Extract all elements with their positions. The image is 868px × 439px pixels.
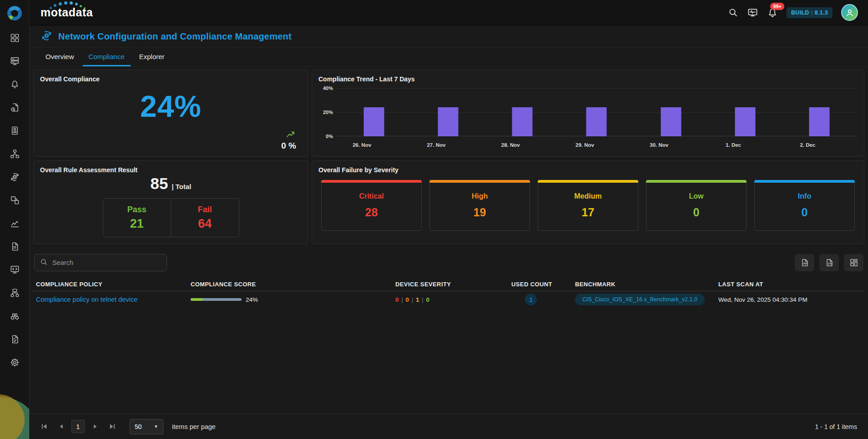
sidebar-item-config-sync[interactable] <box>8 171 21 182</box>
last-page-icon[interactable] <box>106 420 118 433</box>
trend-bar[interactable] <box>661 107 681 136</box>
column-header[interactable]: LAST SCAN AT <box>718 281 862 288</box>
sidebar-item-agent[interactable] <box>8 264 21 275</box>
brand-ring-icon[interactable] <box>6 5 23 23</box>
notification-count-badge[interactable]: 99+ <box>770 3 784 10</box>
bar-slot <box>485 88 560 136</box>
tab-explorer[interactable]: Explorer <box>133 48 171 66</box>
severity-value: 19 <box>474 206 486 219</box>
used-count-badge[interactable]: 1 <box>525 294 537 305</box>
trend-bar[interactable] <box>438 107 458 136</box>
search-icon <box>40 258 48 268</box>
export-pdf-button[interactable]: PDF <box>795 254 814 271</box>
notifications-bell[interactable]: 99+ <box>767 7 778 18</box>
cards-row-1: Overall Compliance 24% 0 % Compliance Tr… <box>33 70 864 157</box>
export-actions: PDF CSV <box>795 254 863 271</box>
previous-page-icon[interactable] <box>55 420 67 433</box>
table-row[interactable]: Compliance policy on telnet device 24% 0… <box>33 291 864 308</box>
table-toolbar: PDF CSV <box>34 254 863 271</box>
pagination-bar: 1 50 ▼ items per page 1 - 1 of 1 items <box>30 414 868 439</box>
trend-bar[interactable] <box>586 107 607 136</box>
app-root: motadata 99+ BUILD : 8.1.3 <box>0 0 868 439</box>
policy-link[interactable]: Compliance policy on telnet device <box>36 296 191 303</box>
sidebar-item-log-explorer[interactable] <box>8 241 21 252</box>
monitor-pulse-icon[interactable] <box>747 7 758 18</box>
trend-x-labels: 26. Nov27. Nov28. Nov29. Nov30. Nov1. De… <box>337 142 857 148</box>
decorative-circle-yellow <box>0 394 25 439</box>
tab-overview[interactable]: Overview <box>40 48 80 66</box>
export-csv-button[interactable]: CSV <box>819 254 839 271</box>
trend-bar[interactable] <box>735 107 756 136</box>
last-scan-at: Wed, Nov 26, 2025 04:30:34 PM <box>718 296 862 303</box>
x-tick-label: 2. Dec <box>771 142 845 148</box>
next-page-icon[interactable] <box>89 420 101 433</box>
sidebar-item-discovery[interactable] <box>8 310 21 321</box>
column-header[interactable]: DEVICE SEVERITY <box>395 281 511 288</box>
fail-label: Fail <box>198 205 212 215</box>
compliance-trend-card: Compliance Trend - Last 7 Days 40% 20% 0… <box>312 70 864 157</box>
severity-cards: Critical28High19Medium17Low0Info0 <box>312 174 864 231</box>
search-box[interactable] <box>34 254 167 271</box>
trend-bar[interactable] <box>512 107 533 136</box>
sidebar-item-dashboard[interactable] <box>8 32 21 43</box>
x-tick-label: 26. Nov <box>325 142 399 148</box>
sidebar-item-alerts[interactable] <box>8 79 21 90</box>
first-page-icon[interactable] <box>38 420 50 433</box>
sidebar-item-metric-explorer[interactable] <box>8 218 21 229</box>
bar-slot <box>560 88 634 136</box>
severity-label: High <box>472 192 488 200</box>
logo-dots-arc-icon <box>50 2 97 10</box>
sidebar-item-reports[interactable] <box>8 125 21 136</box>
overall-compliance-card: Overall Compliance 24% 0 % <box>33 70 308 157</box>
benchmark-pill[interactable]: CIS_Cisco_IOS_XE_16.x_Benchmark_v2.1.0 <box>575 294 705 305</box>
severity-value: 0 <box>693 206 700 219</box>
page-size-select[interactable]: 50 ▼ <box>130 419 163 434</box>
severity-card-info: Info0 <box>754 180 855 231</box>
trend-bar[interactable] <box>809 107 830 136</box>
sidebar-item-settings[interactable] <box>8 357 21 368</box>
items-per-page-label: items per page <box>172 423 216 430</box>
pass-fail-box: Pass 21 Fail 64 <box>103 198 239 237</box>
card-title: Overall Failure by Severity <box>312 161 864 174</box>
rule-assessment-total: 85 | Total <box>34 175 308 193</box>
pass-label: Pass <box>127 205 146 215</box>
severity-card-medium: Medium17 <box>538 180 638 231</box>
x-tick-label: 30. Nov <box>622 142 696 148</box>
sidebar-item-virtualization[interactable] <box>8 195 21 205</box>
sidebar-item-scheduler[interactable] <box>8 102 21 113</box>
y-tick-label: 40% <box>316 85 333 91</box>
bar-slot <box>337 88 411 136</box>
fail-cell: Fail 64 <box>171 199 239 237</box>
search-input[interactable] <box>52 259 161 266</box>
severity-value: 28 <box>365 206 378 219</box>
sidebar-item-topology[interactable] <box>8 148 21 159</box>
used-count-cell: 1 <box>511 294 575 305</box>
severity-color-bar <box>646 180 747 183</box>
sidebar-item-compliance[interactable] <box>8 334 21 344</box>
severity-color-bar <box>429 180 530 183</box>
content: Overall Compliance 24% 0 % Compliance Tr… <box>30 67 868 414</box>
trend-up-icon <box>286 131 296 140</box>
sidebar-item-network-devices[interactable] <box>8 287 21 298</box>
card-title: Overall Compliance <box>34 70 308 83</box>
motadata-logo[interactable]: motadata <box>40 6 93 19</box>
trend-bar[interactable] <box>363 107 384 136</box>
column-header[interactable]: COMPLIANCE POLICY <box>36 281 191 288</box>
overall-compliance-trend: 0 % <box>34 131 308 156</box>
severity-card-high: High19 <box>429 180 530 231</box>
build-version-badge: BUILD : 8.1.3 <box>787 7 833 18</box>
current-page-button[interactable]: 1 <box>71 420 85 433</box>
severity-label: Critical <box>359 192 384 200</box>
severity-value: 0 <box>802 206 808 219</box>
column-header[interactable]: USED COUNT <box>511 281 575 288</box>
total-label: | Total <box>172 183 191 190</box>
sidebar-item-monitoring[interactable] <box>8 55 21 66</box>
tab-compliance[interactable]: Compliance <box>83 48 131 66</box>
bar-slot <box>411 88 485 136</box>
column-chooser-icon[interactable] <box>844 254 863 271</box>
column-header[interactable]: COMPLIANCE SCORE <box>191 281 395 288</box>
search-icon[interactable] <box>728 7 738 18</box>
user-avatar[interactable] <box>841 4 858 21</box>
column-header[interactable]: BENCHMARK <box>575 281 718 288</box>
topbar: motadata 99+ BUILD : 8.1.3 <box>30 0 868 25</box>
